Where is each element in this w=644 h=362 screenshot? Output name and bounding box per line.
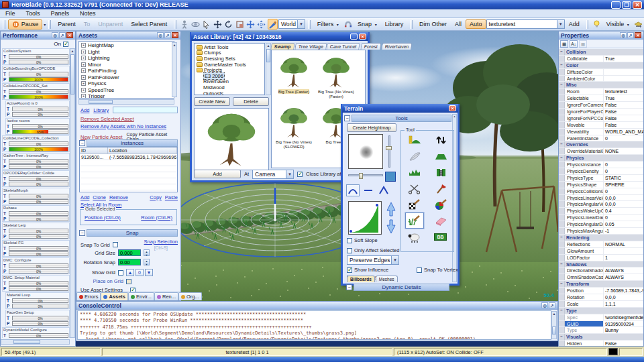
property-category[interactable]: −Shadows	[559, 261, 643, 268]
property-row[interactable]: TypeBunny	[559, 327, 643, 334]
snap-selection-link[interactable]: Snap Selection	[144, 239, 178, 245]
close-icon[interactable]: ✕	[449, 105, 456, 111]
expand-icon[interactable]: +	[81, 68, 86, 73]
dynamic-tab-meshes[interactable]: Meshes	[376, 276, 398, 282]
tab-assets[interactable]: Assets	[101, 292, 128, 300]
chevron-down-icon[interactable]: ▼	[391, 256, 398, 264]
property-row[interactable]: OverrideMaterialClasNONE	[559, 148, 643, 155]
pin-icon[interactable]: ◎	[157, 32, 164, 38]
rotation-snap-input[interactable]: 0.00	[118, 259, 141, 265]
library-add-button[interactable]: Add	[194, 170, 241, 178]
property-row[interactable]: ParentInstance0	[559, 135, 643, 142]
instance-copy-link[interactable]: Copy	[150, 194, 162, 200]
axe-tool-icon[interactable]	[431, 180, 450, 196]
asset-tree-item[interactable]: +Physics	[80, 80, 173, 87]
pause-dropdown-icon[interactable]: ▾	[44, 22, 46, 27]
snap-to-vertex-checkbox[interactable]	[417, 267, 422, 273]
character-mode-icon[interactable]	[180, 19, 189, 29]
expand-icon[interactable]: +	[81, 43, 86, 48]
property-row[interactable]: PhysicsDensity0	[559, 168, 643, 175]
console-log[interactable]: **** 4.686220 seconds for Probe OSUpdate…	[77, 310, 551, 340]
property-value[interactable]: 1,1,1	[604, 301, 643, 307]
library-filter-input[interactable]	[113, 107, 178, 113]
stitch-tool-icon[interactable]	[431, 164, 450, 180]
library-tab-forest[interactable]: Forest	[360, 43, 381, 50]
property-category[interactable]: −Type	[559, 308, 643, 314]
property-category[interactable]: −Physics	[559, 155, 643, 162]
lightbulb-icon[interactable]	[592, 19, 601, 29]
property-category[interactable]: −Transform	[559, 281, 643, 288]
expand-icon[interactable]: +	[81, 75, 86, 80]
grid-size-input[interactable]: 0.000	[118, 249, 141, 256]
pan-tool-icon[interactable]	[246, 19, 255, 29]
property-value[interactable]: NORMAL	[604, 241, 643, 247]
library-tree-vscrollbar[interactable]: ▲	[266, 43, 271, 95]
menu-file[interactable]: File	[0, 10, 21, 17]
property-value[interactable]: 0	[604, 135, 643, 141]
property-category[interactable]: −Collision	[559, 49, 643, 56]
library-item[interactable]	[273, 152, 315, 168]
grid-size-spinner[interactable]: ▲▼	[144, 249, 150, 256]
expand-icon[interactable]: +	[81, 88, 86, 93]
slider-knob[interactable]	[386, 146, 392, 150]
soft-slope-checkbox[interactable]	[347, 238, 352, 243]
column-header[interactable]: Location	[108, 147, 177, 154]
property-row[interactable]: IgnoreForNPCCollisiFalse	[559, 115, 643, 122]
property-value[interactable]: False	[604, 102, 643, 108]
scale-tool-icon[interactable]	[235, 19, 244, 29]
visible-button[interactable]: Visible ▾	[602, 19, 633, 29]
property-value[interactable]: \world\segment\demoland\re	[604, 314, 643, 320]
property-category[interactable]: −Misc	[559, 82, 643, 88]
property-value[interactable]: 0	[604, 168, 643, 174]
performance-vscrollbar[interactable]: ▲	[70, 48, 75, 338]
rotate-tool-icon[interactable]	[223, 19, 233, 29]
property-value[interactable]	[604, 69, 643, 75]
tab-errors[interactable]: Errors	[76, 292, 101, 300]
grid-level-button[interactable]: ▲	[126, 269, 134, 276]
instance-add-link[interactable]: Add	[80, 194, 89, 200]
property-row[interactable]: ReflectionsNORMAL	[559, 241, 643, 248]
instances-header[interactable]: Instances	[87, 139, 178, 147]
asset-tree-item[interactable]: +Light	[80, 49, 173, 56]
library-tab-cave-tunnel[interactable]: Cave Tunnel	[327, 43, 361, 50]
remove-selected-asset-link[interactable]: Remove Selected Asset	[80, 116, 134, 122]
property-value[interactable]	[604, 248, 643, 254]
property-row[interactable]: PhysicsAngularVelo0,0,0	[559, 201, 643, 208]
library-tab-swamp[interactable]: Swamp	[270, 43, 294, 50]
collapse-icon[interactable]: −	[559, 281, 565, 287]
property-row[interactable]: Spec\world\segment\demoland\re	[559, 314, 643, 321]
property-row[interactable]: PhysicsMaxAngular-1	[559, 228, 643, 235]
chevron-down-icon[interactable]: ▼	[286, 170, 293, 178]
asset-tree-item[interactable]: +Minor	[80, 62, 173, 68]
collapse-icon[interactable]: −	[559, 49, 565, 55]
close-icon[interactable]: ✕	[66, 32, 73, 38]
asset-tree-item[interactable]: +SpeedTree	[80, 87, 173, 94]
goto-room-link[interactable]: Room (Ctrl-R)	[141, 215, 172, 221]
pause-button[interactable]: Pause	[8, 19, 43, 29]
property-row[interactable]: Position-7.56589,1.7843,-9.68581	[559, 288, 643, 294]
property-value[interactable]	[604, 76, 643, 82]
expand-icon[interactable]: +	[81, 62, 86, 67]
property-category[interactable]: −Color	[559, 62, 643, 69]
property-value[interactable]: ALWAYS	[604, 274, 643, 280]
remove-no-instances-link[interactable]: Remove Any Assets with No Instances	[80, 123, 166, 129]
brush-size-slider[interactable]	[348, 174, 383, 176]
float-icon[interactable]: ↗	[549, 302, 555, 308]
float-icon[interactable]: ↗	[164, 32, 171, 38]
create-heightmap-button[interactable]: Create Heightmap	[347, 123, 396, 132]
performance-hscrollbar[interactable]	[1, 339, 70, 345]
library-folder-item[interactable]: Mistwood	[195, 84, 264, 90]
collapse-instances-icon[interactable]: −	[79, 140, 85, 146]
billboard-tool-icon[interactable]: BB	[431, 229, 450, 245]
slope-curve-preview[interactable]	[348, 201, 382, 235]
tab-envir[interactable]: Envir...	[128, 292, 154, 300]
property-value[interactable]: -1	[604, 228, 643, 234]
menu-panels[interactable]: Panels	[46, 10, 75, 17]
close-button[interactable]: ✕	[633, 1, 642, 9]
instance-paste-link[interactable]: Paste	[165, 194, 178, 200]
toolbar-grip[interactable]	[586, 20, 589, 29]
select-tool-icon[interactable]	[202, 19, 211, 29]
property-category[interactable]: −Rendering	[559, 235, 643, 241]
property-row[interactable]: PhysicsAngularDam0.05	[559, 221, 643, 228]
property-row[interactable]: LODFactor1	[559, 255, 643, 261]
